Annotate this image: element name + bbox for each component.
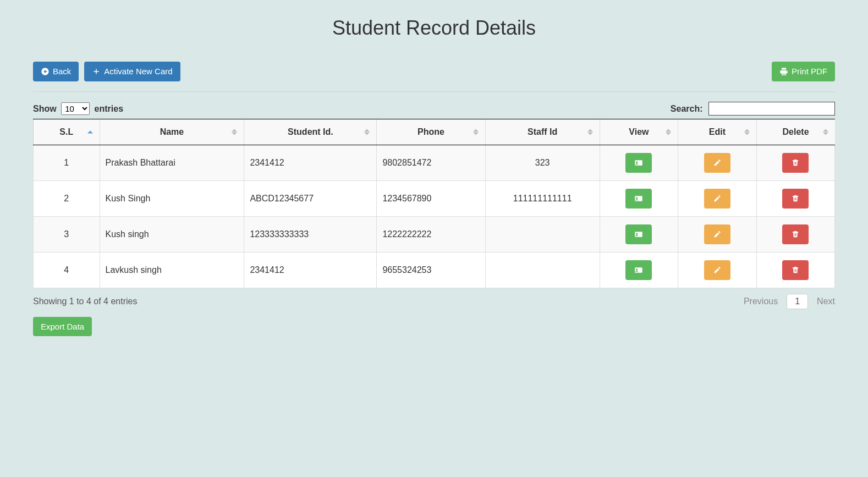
col-header-name[interactable]: Name (100, 119, 244, 145)
prev-page-link[interactable]: Previous (744, 297, 778, 306)
table-row: 3Kush singh1233333333331222222222 (34, 216, 835, 252)
table-cell: 2341412 (244, 145, 377, 180)
table-cell (485, 216, 600, 252)
export-data-label: Export Data (41, 321, 84, 332)
delete-button[interactable] (782, 260, 809, 280)
sort-icon (744, 129, 750, 135)
table-cell: Lavkush singh (100, 252, 244, 288)
view-button[interactable] (625, 189, 652, 209)
col-header-sl[interactable]: S.L (34, 119, 100, 145)
sort-icon (587, 129, 593, 135)
table-cell (756, 252, 834, 288)
table-cell (600, 180, 678, 216)
sort-icon (232, 129, 237, 135)
table-cell: 9802851472 (377, 145, 485, 180)
print-pdf-button[interactable]: Print PDF (772, 62, 835, 81)
view-button[interactable] (625, 153, 652, 173)
delete-button[interactable] (782, 153, 809, 173)
table-cell: 4 (34, 252, 100, 288)
back-button[interactable]: Back (33, 62, 79, 81)
view-icon (634, 158, 643, 167)
delete-icon (791, 158, 800, 167)
table-cell (756, 180, 834, 216)
sort-icon (473, 129, 479, 135)
table-cell: Kush Singh (100, 180, 244, 216)
sort-icon (666, 129, 671, 135)
col-header-staff-id[interactable]: Staff Id (485, 119, 600, 145)
search-input[interactable] (708, 102, 835, 116)
delete-icon (791, 194, 800, 203)
edit-icon (713, 230, 722, 239)
length-prefix: Show (33, 104, 57, 113)
print-icon (779, 67, 788, 76)
col-header-phone[interactable]: Phone (377, 119, 485, 145)
delete-button[interactable] (782, 224, 809, 244)
col-header-edit[interactable]: Edit (678, 119, 756, 145)
current-page-number[interactable]: 1 (787, 294, 808, 309)
table-cell: 9655324253 (377, 252, 485, 288)
arrow-left-circle-icon (41, 67, 50, 76)
col-header-view[interactable]: View (600, 119, 678, 145)
next-page-link[interactable]: Next (817, 297, 835, 306)
student-table: S.L Name Student Id. Phone (33, 119, 835, 288)
edit-button[interactable] (704, 224, 730, 244)
search-control: Search: (671, 102, 835, 116)
table-info: Showing 1 to 4 of 4 entries (33, 297, 137, 306)
search-label: Search: (671, 104, 703, 113)
edit-button[interactable] (704, 189, 730, 209)
table-cell (600, 145, 678, 180)
table-cell: 323 (485, 145, 600, 180)
table-cell: Prakash Bhattarai (100, 145, 244, 180)
edit-button[interactable] (704, 153, 730, 173)
table-cell (756, 145, 834, 180)
edit-icon (713, 158, 722, 167)
view-icon (634, 194, 643, 203)
view-button[interactable] (625, 224, 652, 244)
table-cell (678, 145, 756, 180)
page-title: Student Record Details (33, 17, 835, 40)
delete-icon (791, 230, 800, 239)
export-data-button[interactable]: Export Data (33, 317, 92, 337)
table-cell (485, 252, 600, 288)
back-button-label: Back (53, 66, 71, 77)
top-action-bar: Back Activate New Card Print PDF (33, 62, 835, 92)
edit-icon (713, 266, 722, 275)
table-cell: 2341412 (244, 252, 377, 288)
table-cell: ABCD12345677 (244, 180, 377, 216)
table-cell (600, 216, 678, 252)
table-cell: 111111111111 (485, 180, 600, 216)
activate-new-card-label: Activate New Card (104, 66, 172, 77)
sort-icon (364, 129, 370, 135)
entries-select[interactable]: 102550100 (61, 102, 90, 115)
delete-button[interactable] (782, 189, 809, 209)
length-suffix: entries (95, 104, 123, 113)
length-control: Show 102550100 entries (33, 102, 123, 115)
col-header-student-id[interactable]: Student Id. (244, 119, 377, 145)
table-cell: 1 (34, 145, 100, 180)
table-row: 1Prakash Bhattarai23414129802851472323 (34, 145, 835, 180)
col-header-delete[interactable]: Delete (756, 119, 834, 145)
activate-new-card-button[interactable]: Activate New Card (84, 62, 180, 81)
table-cell (678, 252, 756, 288)
table-cell (678, 180, 756, 216)
table-cell (756, 216, 834, 252)
view-icon (634, 266, 643, 275)
table-cell: 1234567890 (377, 180, 485, 216)
table-cell: 3 (34, 216, 100, 252)
table-cell: 123333333333 (244, 216, 377, 252)
plus-icon (92, 67, 101, 76)
sort-asc-icon (87, 130, 93, 133)
pagination: Previous 1 Next (744, 294, 835, 309)
table-row: 2Kush SinghABCD1234567712345678901111111… (34, 180, 835, 216)
sort-icon (823, 129, 828, 135)
delete-icon (791, 266, 800, 275)
view-icon (634, 230, 643, 239)
print-pdf-label: Print PDF (792, 66, 827, 77)
edit-icon (713, 194, 722, 203)
table-cell: Kush singh (100, 216, 244, 252)
edit-button[interactable] (704, 260, 730, 280)
table-row: 4Lavkush singh23414129655324253 (34, 252, 835, 288)
table-cell (678, 216, 756, 252)
view-button[interactable] (625, 260, 652, 280)
table-cell: 1222222222 (377, 216, 485, 252)
